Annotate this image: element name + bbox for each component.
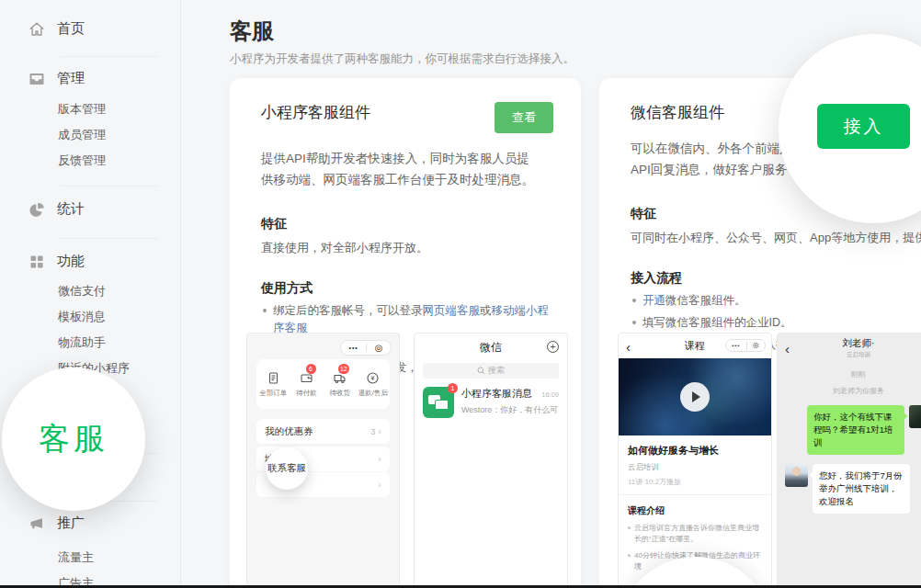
shortcut-refund: ¥ 退款/售后 xyxy=(357,359,390,409)
chat-timestamp: 刚刚 xyxy=(778,369,921,379)
badge: 12 xyxy=(338,364,349,374)
megaphone-icon xyxy=(28,515,45,532)
card-title: 微信客服组件 xyxy=(631,102,724,123)
join-button[interactable]: 接入 xyxy=(817,104,910,149)
card-description: 提供API帮助开发者快速接入，同时为客服人员提 供移动端、网页端客服工作台便于及… xyxy=(261,148,553,190)
refund-icon: ¥ xyxy=(366,371,380,385)
usage-heading: 使用方式 xyxy=(261,278,553,297)
activate-link[interactable]: 开通 xyxy=(642,294,665,307)
phone-mock-service-chat: ‹ 刘老师· 云启培训 ••• 刚刚 刘老师为你服务 你好，这个有线下课程吗？希… xyxy=(777,333,921,588)
plus-icon: + xyxy=(547,341,559,353)
sidebar-item-manage[interactable]: 管理 xyxy=(28,70,85,87)
sidebar-item-label: 管理 xyxy=(57,70,85,87)
back-icon: ‹ xyxy=(785,342,790,356)
sidebar-item-wechat-pay[interactable]: 微信支付 xyxy=(58,283,106,300)
badge: 6 xyxy=(306,364,316,374)
miniprogram-capsule: ••• ◎ xyxy=(725,339,766,352)
sidebar-item-promotion[interactable]: 推广 xyxy=(28,514,85,532)
phone-mock-course-page: ‹ 课程 ••• ◎ 如何做好服务与增长 云启培训 11讲 10.2万播放 课程… xyxy=(618,333,772,588)
feature-description: 可同时在小程序、公众号、网页、App等地方使用，提供客服服务。 xyxy=(631,230,914,246)
sidebar-item-label: 统计 xyxy=(57,200,85,218)
grid-icon xyxy=(28,254,45,270)
home-icon xyxy=(28,21,45,38)
contact-support-highlight: 联系客服 xyxy=(266,447,308,490)
course-page-title: 课程 xyxy=(685,339,705,353)
shortcut-pending-payment: 待付款 6 xyxy=(290,359,323,409)
page-title: 客服 xyxy=(230,17,274,46)
view-button[interactable]: 查看 xyxy=(495,102,553,133)
message-incoming: 您好，我们将于7月份举办广州线下培训，欢迎报名 xyxy=(778,464,921,514)
sidebar: 首页 管理 版本管理 成员管理 反馈管理 统计 功能 微信支付 模板消息 物流助… xyxy=(0,0,181,588)
shortcut-pending-delivery: 待收货 12 xyxy=(324,359,357,409)
chevron-right-icon: › xyxy=(378,454,381,464)
feature-heading: 特征 xyxy=(261,214,553,232)
course-provider: 云启培训 xyxy=(628,462,762,473)
service-message-avatar: 1 xyxy=(423,387,454,418)
unread-badge: 1 xyxy=(448,383,458,393)
user-avatar xyxy=(909,405,921,428)
sidebar-item-logistics[interactable]: 物流助手 xyxy=(58,334,106,351)
search-bar: 搜索 xyxy=(423,363,559,379)
chevron-right-icon: › xyxy=(378,480,381,490)
flow-item: 开通微信客服组件。 xyxy=(631,292,914,310)
back-icon: ‹ xyxy=(626,339,631,353)
exit-target-icon: ◎ xyxy=(375,344,383,353)
svg-text:¥: ¥ xyxy=(371,375,375,381)
card-title: 小程序客服组件 xyxy=(261,102,370,123)
message-outgoing: 你好，这个有线下课程吗？希望有1对1培训 xyxy=(778,405,921,455)
play-button xyxy=(680,382,710,412)
sidebar-item-features[interactable]: 功能 xyxy=(28,253,85,270)
page-subtitle: 小程序为开发者提供了两种客服能力，你可根据需求自行选择接入。 xyxy=(230,51,574,67)
more-icon: ••• xyxy=(732,343,740,348)
customer-service-nav-highlight[interactable]: 客服 xyxy=(2,368,145,511)
sidebar-item-label: 推广 xyxy=(57,514,85,532)
chevron-right-icon: › xyxy=(378,426,381,436)
shortcut-all-orders: 全部订单 xyxy=(256,359,290,409)
sidebar-item-label: 首页 xyxy=(57,20,85,38)
course-intro-heading: 课程介绍 xyxy=(628,504,762,517)
play-icon xyxy=(692,391,700,402)
chat-list-header: 微信 + xyxy=(415,334,567,361)
miniprogram-capsule: ••• ◎ xyxy=(340,340,392,356)
search-icon xyxy=(477,367,485,375)
miniprogram-console: 首页 管理 版本管理 成员管理 反馈管理 统计 功能 微信支付 模板消息 物流助… xyxy=(0,0,921,588)
course-header: ‹ 课程 ••• ◎ xyxy=(619,334,771,358)
sidebar-divider xyxy=(60,56,158,57)
chat-list-item: 1 小程序客服消息 16:09 Westore：你好，有什么可以帮您? xyxy=(415,379,567,418)
sidebar-item-traffic-owner[interactable]: 流量主 xyxy=(58,549,94,566)
chat-preview: Westore：你好，有什么可以帮您? xyxy=(461,404,559,416)
sidebar-item-template-message[interactable]: 模板消息 xyxy=(58,309,106,325)
sidebar-divider xyxy=(60,186,158,187)
chat-contact-name: 刘老师· xyxy=(843,337,875,350)
chat-service-note: 刘老师为你服务 xyxy=(778,386,921,396)
miniprogram-service-card: 小程序客服组件 查看 提供API帮助开发者快速接入，同时为客服人员提 供移动端、… xyxy=(230,78,581,588)
sidebar-item-member-manage[interactable]: 成员管理 xyxy=(58,127,106,143)
chat-time: 16:09 xyxy=(541,390,559,399)
course-title: 如何做好服务与增长 xyxy=(628,444,762,458)
sidebar-item-feedback-manage[interactable]: 反馈管理 xyxy=(58,153,106,169)
course-video-thumbnail xyxy=(619,358,771,435)
pie-icon xyxy=(28,201,45,218)
flow-item: 填写微信客服组件的企业ID。 xyxy=(631,314,914,332)
sidebar-item-label: 功能 xyxy=(57,253,85,270)
course-intro-point: 云启培训官方直播告诉你微信里商业增长的“正道”在哪里。 xyxy=(628,523,762,545)
course-meta: 11讲 10.2万播放 xyxy=(628,477,762,487)
sidebar-item-statistics[interactable]: 统计 xyxy=(28,200,85,218)
chat-contact-subtitle: 云启培训 xyxy=(847,351,870,359)
web-service-link[interactable]: 网页端客服 xyxy=(423,304,481,317)
chat-header: ‹ 刘老师· 云启培训 ••• xyxy=(778,334,921,363)
exit-target-icon: ◎ xyxy=(753,342,759,349)
clipboard-icon xyxy=(267,371,280,385)
list-item-coupons: 我的优惠券 3› xyxy=(256,419,390,444)
customer-service-nav-label: 客服 xyxy=(39,418,108,460)
inbox-icon xyxy=(28,71,45,87)
feature-description: 直接使用，对全部小程序开放。 xyxy=(261,240,553,256)
sidebar-item-home[interactable]: 首页 xyxy=(28,20,85,38)
sidebar-item-version-manage[interactable]: 版本管理 xyxy=(58,101,106,118)
agent-avatar xyxy=(785,464,808,487)
sidebar-divider xyxy=(60,238,158,239)
phone-mock-chat-list: 微信 + 搜索 1 小程序客服消息 16:09 Westore：你好，有什么可以… xyxy=(414,333,568,588)
phone-mock-order-page: ••• ◎ 全部订单 待付款 6 待收货 12 xyxy=(246,333,400,588)
more-icon: ••• xyxy=(348,345,358,351)
chat-list-title: 微信 xyxy=(480,340,502,356)
